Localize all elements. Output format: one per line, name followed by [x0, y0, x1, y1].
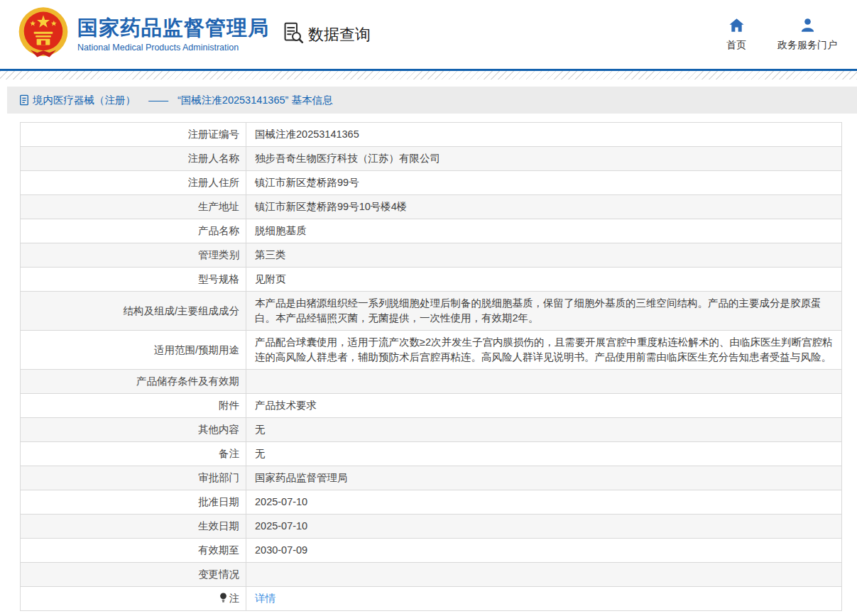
field-value: 2025-07-10 [246, 515, 842, 539]
field-value: 国家药品监督管理局 [246, 466, 842, 490]
table-row: 生效日期2025-07-10 [21, 515, 842, 539]
field-label: 管理类别 [21, 243, 246, 268]
registration-info-table: 注册证编号国械注准20253141365注册人名称独步吾奇生物医疗科技（江苏）有… [20, 122, 842, 611]
field-value: 详情 [246, 587, 842, 611]
national-emblem-icon [16, 6, 71, 64]
site-header: 国家药品监督管理局 National Medical Products Admi… [0, 0, 857, 69]
table-row: 管理类别第三类 [21, 243, 842, 268]
table-row: 注详情 [21, 587, 842, 611]
field-value: 2030-07-09 [246, 539, 842, 563]
field-value: 2025-07-10 [246, 490, 842, 515]
field-label: 生效日期 [21, 515, 246, 539]
field-label: 注 [21, 587, 246, 611]
table-row: 注册证编号国械注准20253141365 [21, 123, 842, 147]
field-value: 产品配合球囊使用，适用于流产次数≥2次并发生子宫内膜损伤的，且需要开展宫腔中重度… [246, 331, 842, 370]
brand-logo-link[interactable]: 国家药品监督管理局 National Medical Products Admi… [16, 6, 269, 64]
field-label: 注册人名称 [21, 147, 246, 171]
field-value: 无 [246, 418, 842, 442]
data-query-icon [282, 21, 304, 48]
field-label: 其他内容 [21, 418, 246, 442]
table-row: 附件产品技术要求 [21, 394, 842, 418]
table-row: 有效期至2030-07-09 [21, 539, 842, 563]
table-row: 生产地址镇江市新区楚桥路99号10号楼4楼 [21, 195, 842, 219]
field-label: 有效期至 [21, 539, 246, 563]
document-icon [19, 94, 29, 106]
table-row: 备注无 [21, 442, 842, 466]
table-row: 型号规格见附页 [21, 268, 842, 292]
user-icon [799, 17, 816, 35]
breadcrumb-separator: —— [148, 94, 168, 106]
nav-portal-label: 政务服务门户 [777, 39, 837, 52]
field-value [246, 563, 842, 587]
field-value: 国械注准20253141365 [246, 123, 842, 147]
field-label: 产品储存条件及有效期 [21, 370, 246, 394]
lightbulb-icon [219, 593, 227, 603]
table-row: 审批部门国家药品监督管理局 [21, 466, 842, 490]
top-nav: 首页 政务服务门户 [726, 17, 837, 52]
field-label: 注册证编号 [21, 123, 246, 147]
table-row: 批准日期2025-07-10 [21, 490, 842, 515]
table-row: 变更情况 [21, 563, 842, 587]
table-row: 产品名称脱细胞基质 [21, 219, 842, 243]
data-query-label: 数据查询 [308, 24, 371, 45]
table-row: 注册人名称独步吾奇生物医疗科技（江苏）有限公司 [21, 147, 842, 171]
field-label: 适用范围/预期用途 [21, 331, 246, 370]
field-value: 镇江市新区楚桥路99号 [246, 171, 842, 195]
field-value: 产品技术要求 [246, 394, 842, 418]
table-row: 适用范围/预期用途产品配合球囊使用，适用于流产次数≥2次并发生子宫内膜损伤的，且… [21, 331, 842, 370]
field-label: 审批部门 [21, 466, 246, 490]
breadcrumb-detail: “国械注准20253141365” 基本信息 [178, 94, 332, 107]
field-value: 本产品是由猪源组织经一系列脱细胞处理后制备的脱细胞基质，保留了细胞外基质的三维空… [246, 292, 842, 331]
field-value: 镇江市新区楚桥路99号10号楼4楼 [246, 195, 842, 219]
field-label: 批准日期 [21, 490, 246, 515]
field-label: 产品名称 [21, 219, 246, 243]
breadcrumb-section: 境内医疗器械（注册） [33, 94, 136, 107]
nav-home[interactable]: 首页 [726, 17, 746, 52]
breadcrumb: 境内医疗器械（注册） —— “国械注准20253141365” 基本信息 [7, 87, 857, 114]
home-icon [728, 17, 745, 35]
field-value: 无 [246, 442, 842, 466]
field-label: 型号规格 [21, 268, 246, 292]
table-row: 结构及组成/主要组成成分本产品是由猪源组织经一系列脱细胞处理后制备的脱细胞基质，… [21, 292, 842, 331]
field-value: 独步吾奇生物医疗科技（江苏）有限公司 [246, 147, 842, 171]
field-value: 见附页 [246, 268, 842, 292]
field-value [246, 370, 842, 394]
data-query-title: 数据查询 [282, 21, 371, 48]
table-row: 注册人住所镇江市新区楚桥路99号 [21, 171, 842, 195]
field-value: 脱细胞基质 [246, 219, 842, 243]
nav-home-label: 首页 [726, 39, 746, 52]
hatch-pattern-strip [0, 71, 857, 79]
detail-link[interactable]: 详情 [255, 593, 275, 604]
field-label: 生产地址 [21, 195, 246, 219]
field-label: 备注 [21, 442, 246, 466]
table-row: 产品储存条件及有效期 [21, 370, 842, 394]
field-value: 第三类 [246, 243, 842, 268]
field-label: 变更情况 [21, 563, 246, 587]
field-label: 结构及组成/主要组成成分 [21, 292, 246, 331]
field-label: 注册人住所 [21, 171, 246, 195]
nav-portal[interactable]: 政务服务门户 [777, 17, 837, 52]
field-label: 附件 [21, 394, 246, 418]
org-name-en: National Medical Products Administration [77, 43, 269, 53]
table-row: 其他内容无 [21, 418, 842, 442]
org-name-zh: 国家药品监督管理局 [77, 16, 269, 40]
